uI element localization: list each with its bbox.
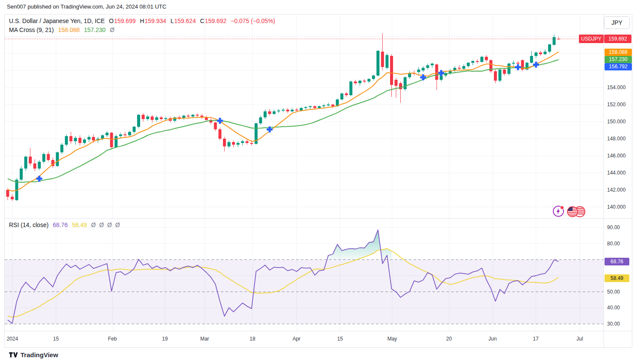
rsi-value-badge: 58.49	[605, 274, 629, 282]
empty-set-icon: Ø	[107, 221, 112, 228]
legend: U.S. Dollar / Japanese Yen, 1D, ICE O159…	[9, 17, 278, 35]
chart-canvas[interactable]	[5, 15, 632, 347]
time-tick-label: 15	[53, 336, 59, 342]
indicator-price-badge: 158.088	[605, 49, 632, 56]
ma-cross-legend-row[interactable]: MA Cross (9, 21) 158.088 157.230 Ø	[9, 26, 278, 35]
symbol-legend-row[interactable]: U.S. Dollar / Japanese Yen, 1D, ICE O159…	[9, 17, 278, 26]
rsi-tick-label: 50.00	[607, 289, 620, 295]
attribution-text: Sen007 published on TradingView.com, Jun…	[7, 3, 166, 10]
low-value: 159.624	[174, 17, 196, 24]
price-tick-label: 154.000	[607, 84, 625, 90]
open-value: 159.699	[114, 17, 136, 24]
empty-set-icon: Ø	[115, 221, 120, 228]
time-tick-label: 15	[337, 336, 343, 342]
tradingview-logo-icon	[9, 351, 18, 359]
time-tick-label: 19	[162, 336, 167, 342]
time-tick-label: 20	[446, 336, 452, 342]
chart-widget: U.S. Dollar / Japanese Yen, 1D, ICE O159…	[4, 14, 632, 348]
tradingview-wordmark: TradingView	[21, 351, 58, 358]
price-tick-label: 148.000	[607, 136, 625, 142]
price-tick-label: 144.000	[607, 170, 625, 176]
time-tick-label: Mar	[200, 336, 209, 342]
time-tick-label: Feb	[108, 336, 117, 342]
high-label: H	[140, 17, 144, 24]
empty-set-icon: Ø	[110, 26, 114, 33]
time-tick-label: Jun	[488, 336, 496, 342]
rsi-value: 68.76	[53, 221, 68, 228]
price-tick-label: 140.000	[607, 204, 625, 210]
usdjpy-pair-flags-icon	[567, 206, 586, 218]
open-label: O	[109, 17, 114, 24]
notification-dot	[560, 206, 564, 210]
rsi-title: RSI (14, close)	[9, 221, 49, 228]
time-tick-label: 18	[250, 336, 255, 342]
rsi-tick-label: 40.00	[607, 305, 620, 311]
ideas-flash-icon[interactable]	[553, 206, 564, 217]
time-axis[interactable]: 202415Feb19Mar18Apr15May20Jun17Jul	[5, 331, 604, 347]
time-tick-label: Jul	[576, 336, 583, 342]
last-price-badge: USDJPY 159.692	[579, 35, 631, 43]
footer-brand[interactable]: TradingView	[9, 351, 58, 359]
price-tick-label: 146.000	[607, 153, 625, 159]
indicator-price-badge: 156.792	[605, 63, 632, 70]
rsi-tick-label: 90.00	[607, 224, 620, 230]
currency-toggle-button[interactable]: JPY	[604, 16, 630, 29]
symbol-title: U.S. Dollar / Japanese Yen, 1D, ICE	[9, 17, 105, 24]
ma-slow-value: 157.230	[84, 26, 106, 33]
rsi-ma-value: 58.49	[72, 221, 87, 228]
time-tick-label: Apr	[293, 336, 301, 342]
close-label: C	[200, 17, 204, 24]
time-tick-label: May	[387, 336, 397, 342]
low-label: L	[170, 17, 174, 24]
ma-fast-value: 158.088	[58, 26, 80, 33]
empty-set-icon: Ø	[91, 221, 96, 228]
price-tick-label: 152.000	[607, 102, 625, 108]
ma-cross-title: MA Cross (9, 21)	[9, 26, 54, 33]
close-value: 159.692	[205, 17, 226, 24]
high-value: 159.934	[145, 17, 167, 24]
rsi-legend-row[interactable]: RSI (14, close) 68.76 58.49 Ø Ø Ø Ø	[9, 221, 122, 228]
empty-set-icon: Ø	[99, 221, 104, 228]
rsi-value-badge: 68.76	[605, 258, 629, 265]
price-tick-label: 142.000	[607, 187, 625, 193]
rsi-tick-label: 30.00	[607, 321, 620, 327]
change-value: −0.075 (−0.05%)	[231, 17, 275, 24]
chart-corner-icons	[553, 206, 586, 218]
time-tick-label: 2024	[7, 336, 18, 342]
price-tick-label: 150.000	[607, 119, 625, 125]
time-tick-label: 17	[533, 336, 538, 342]
indicator-price-badge: 157.230	[605, 56, 632, 63]
rsi-tick-label: 80.00	[607, 241, 620, 247]
